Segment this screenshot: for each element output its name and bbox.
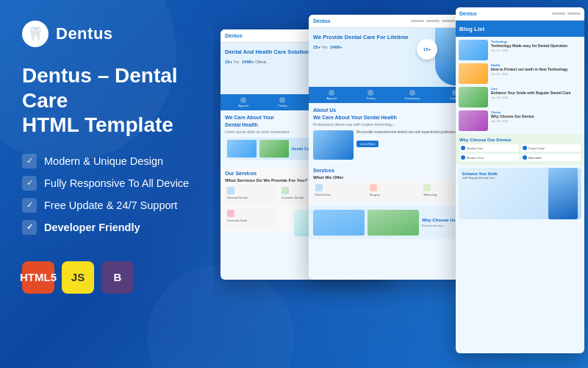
feat2-icon-3 — [409, 90, 415, 96]
feature-update-label: Free Update & 24/7 Support — [44, 199, 177, 211]
blog-content-3: Care Enhance Your Smile with Regular Den… — [491, 87, 581, 99]
mock-sec2-card-2: Surgery — [368, 182, 420, 202]
mock-why-grid: Quality Care Expert Team Modern Tech Aff… — [459, 144, 581, 161]
why-dot-3 — [461, 155, 465, 160]
blog-date-1: Jan 12, 2024 — [491, 49, 581, 52]
why-txt-2: Expert Team — [528, 146, 545, 150]
blog-txt-3: Enhance Your Smile with Regular Dental C… — [491, 91, 581, 96]
mock-third-nav — [552, 13, 581, 15]
logo-icon: 🦷 — [22, 21, 49, 47]
mock-second-services: Services What We Offer Dental Care Surge… — [309, 164, 478, 206]
mock-second-features-bar: Appoint Timing Emergency Contact — [309, 87, 478, 103]
nav3-dot-2 — [567, 13, 581, 15]
nav2-dot-2 — [426, 20, 440, 22]
why-txt-4: Affordable — [528, 156, 542, 160]
feature-responsive-label: Fully Responsive To All Device — [44, 177, 189, 189]
tech-badges: HTML5 JS B — [22, 261, 206, 294]
mock-img-sm1 — [227, 140, 257, 158]
why-item-2: Expert Team — [521, 144, 581, 152]
feat-icon-2 — [279, 97, 285, 103]
card-txt-4: Cosmetic Teeth — [227, 219, 275, 222]
feature-modern: ✓ Modern & Unique Design — [22, 154, 206, 169]
why-dot-1 — [461, 146, 465, 150]
mock-why-section: Why Choose Our Dentus Quality Care Exper… — [456, 134, 584, 165]
nav2-dot-3 — [442, 20, 455, 22]
mock-sec2-srv-label: Services — [313, 168, 473, 173]
feat2-2: Timing — [367, 90, 376, 100]
nav3-dot-1 — [552, 13, 565, 15]
blog-date-3: Jan 18, 2024 — [491, 96, 581, 99]
why-dot-2 — [523, 146, 527, 150]
feat-txt-1: Appoint — [238, 104, 248, 107]
why-item-4: Affordable — [521, 154, 581, 161]
mock-second-section1: About Us We Care About Your Dental Healt… — [309, 103, 478, 164]
feat2-1: Appoint — [326, 90, 337, 100]
left-panel: 🦷 Dentus Dentus – Dental Care HTML Templ… — [0, 0, 228, 368]
mock-blog-title-bar: Blog List — [456, 21, 584, 37]
card-icon-2 — [282, 187, 289, 194]
card2-icon-1 — [315, 184, 323, 191]
blog-item-2: Health How to Protect our teeth in New T… — [459, 63, 581, 84]
mock-dentist-section: Enhance Your Smile with Regular Dental C… — [459, 168, 581, 219]
blog-img-3 — [459, 87, 488, 107]
mock-third-logo: Dentus — [459, 11, 477, 16]
mock-second-hero: We Provide Dental Care For Lifetime 15+ … — [309, 28, 478, 87]
mock-sec2-cards: Dental Care Surgery Whitening — [313, 182, 473, 202]
check-icon-modern: ✓ — [22, 154, 37, 169]
logo-row: 🦷 Dentus — [22, 21, 206, 47]
blog-date-2: Jan 15, 2024 — [491, 72, 581, 76]
card-icon-1 — [227, 187, 234, 194]
blog-item-3: Care Enhance Your Smile with Regular Den… — [459, 87, 581, 107]
mock-dentist-img — [548, 168, 578, 219]
card2-icon-3 — [423, 184, 431, 191]
mock-second-stats-section: Why Choose Us Best dental care... — [309, 206, 478, 239]
feature-modern-label: Modern & Unique Design — [44, 155, 163, 167]
title-line2: HTML Template — [22, 113, 206, 138]
mock-sec2-img1 — [313, 130, 354, 160]
blog-item-1: Technology Technology Made easy for Dent… — [459, 40, 581, 60]
blog-img-4 — [459, 110, 488, 131]
blog-item-4: Choice Why Choose Our Dentus Jan 20, 202… — [459, 110, 581, 131]
html5-label: HTML5 — [20, 271, 57, 283]
mock-card-4: Cosmetic Teeth — [225, 208, 277, 228]
bootstrap-badge: B — [101, 261, 134, 294]
card2-icon-2 — [370, 184, 377, 191]
why-txt-1: Quality Care — [467, 146, 483, 150]
mock-sec2-btn: Learn More — [356, 141, 379, 147]
right-panel: Dentus Book Dental And Health Care Solut… — [213, 0, 588, 368]
mock-stat-img2 — [368, 210, 419, 236]
preview-container: Dentus Book Dental And Health Care Solut… — [213, 0, 588, 368]
feat2-txt-1: Appoint — [326, 96, 337, 100]
preview-second: Dentus Book We Provide Dental Care For L… — [309, 15, 478, 280]
blog-content-1: Technology Technology Made easy for Dent… — [491, 40, 581, 52]
feature-list: ✓ Modern & Unique Design ✓ Fully Respons… — [22, 154, 206, 235]
blog-content-2: Health How to Protect our teeth in New T… — [491, 63, 581, 76]
mock-second-badge: 15+ — [417, 39, 437, 60]
feature-developer: ✓ Developer Friendly — [22, 220, 206, 235]
mock-img-sm2 — [259, 140, 289, 158]
why-item-1: Quality Care — [459, 144, 519, 152]
feat2-icon-1 — [329, 90, 334, 96]
preview-third: Dentus Blog List Technology Technology M… — [456, 7, 584, 353]
stat2-1: 15+ Yrs — [313, 45, 327, 49]
mock-sec2-s1-sub: Professional dental care with modern tec… — [313, 122, 473, 127]
card-icon-4 — [227, 210, 234, 217]
feat-1: Appoint — [238, 97, 248, 107]
mock-sec2-s1-label: About Us — [313, 107, 473, 113]
nav2-dot-1 — [411, 20, 424, 22]
feature-update: ✓ Free Update & 24/7 Support — [22, 198, 206, 213]
mock-second-nav — [411, 20, 455, 22]
mock-sec2-s1-title: We Care About Your Dental Health — [313, 115, 473, 120]
logo-text: Dentus — [56, 24, 113, 43]
feat2-txt-2: Timing — [367, 96, 376, 100]
mock-second-hero-title: We Provide Dental Care For Lifetime — [313, 34, 409, 41]
feat2-txt-3: Emergency — [405, 96, 420, 100]
why-item-3: Modern Tech — [459, 154, 519, 161]
stat-1: 15+ Yrs — [225, 60, 239, 64]
blog-txt-2: How to Protect our teeth in New Technolo… — [491, 67, 581, 72]
stat-2: 1400+ Clients — [242, 60, 267, 64]
card2-txt-1: Dental Care — [315, 193, 363, 197]
mock-blog-list: Technology Technology Made easy for Dent… — [456, 37, 584, 134]
mock-blog-list-title: Blog List — [459, 26, 484, 32]
mock-second-header: Dentus Book — [309, 15, 478, 28]
